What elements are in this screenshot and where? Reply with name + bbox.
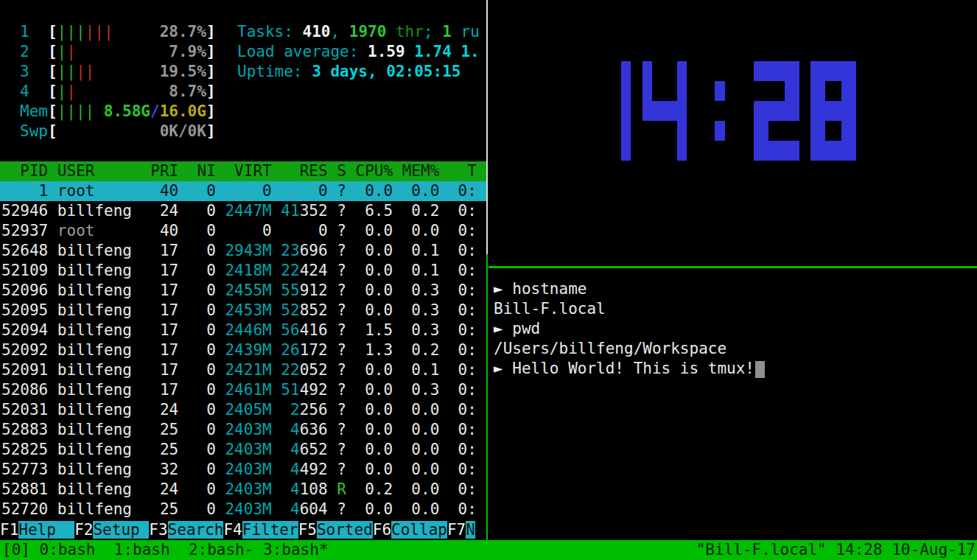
htop-meters: 1 [||||||28.7%]2 [||7.9%]3 [||||19.5%]4 … [20,22,216,141]
window-tab-2[interactable]: 2:bash- [179,541,253,559]
fn-f1-help[interactable]: F1Help [0,521,74,539]
fn-f2-setup[interactable]: F2Setup [74,521,149,539]
cell: 2439M [225,341,271,359]
bar-tick-green: | [85,102,95,120]
htop-process-table: PID USER PRI NI VIRT RES S CPU% MEM% T 1… [0,161,486,519]
cell: ? [337,421,346,438]
meter-bracket: ] [206,83,216,100]
pane-htop[interactable]: 1 [||||||28.7%]2 [||7.9%]3 [||||19.5%]4 … [0,0,486,540]
process-row[interactable]: 52086 billfeng 17 0 2461M 51492 ? 0.0 0.… [0,380,486,400]
clock-segment [677,61,687,81]
process-row[interactable]: 52720 billfeng 25 0 2403M 4604 ? 0.0 0.0… [0,500,486,519]
clock-digit [642,61,687,161]
cell: ? [337,281,346,299]
meter-bracket: [ [48,23,57,41]
cell: 2403M [225,441,271,458]
cell [272,222,281,239]
cell: 4 [281,461,299,478]
window-tab-1[interactable]: 1:bash [105,541,179,559]
htop-function-bar: F1Help F2Setup F3SearchF4FilterF5SortedF… [0,520,486,540]
process-row[interactable]: 52825 billfeng 25 0 2403M 4652 ? 0.0 0.0… [0,440,486,460]
cell: billfeng [57,421,150,438]
tasks-line-segment: ; [424,23,442,41]
process-row[interactable]: 52031 billfeng 24 0 2405M 2256 ? 0.0 0.0… [0,400,486,420]
cell [272,401,281,419]
fn-f6-collap[interactable]: F6Collap [373,521,447,539]
swap-meter: Swp[0K/0K] [20,122,216,141]
cell: 23 [281,242,299,259]
cell: billfeng [57,480,150,498]
bar-tick-green: | [76,102,85,120]
cell: 52881 [1,480,57,498]
cell: 352 [300,202,337,220]
shell-command-line: ► hostname [494,279,765,299]
process-row[interactable]: 52109 billfeng 17 0 2418M 22424 ? 0.0 0.… [0,261,486,281]
clock-segment [642,101,652,121]
meter-bracket: ] [206,102,216,120]
clock-segment [825,141,841,161]
cell: ? [337,321,346,339]
cell: 52096 [1,281,57,299]
pane-shell[interactable]: ► hostnameBill-F.local► pwd/Users/billfe… [489,269,977,540]
cell: 4 [281,500,299,518]
cell: 52937 [1,222,57,239]
process-row[interactable]: 52094 billfeng 17 0 2446M 56416 ? 1.5 0.… [0,321,486,340]
process-row[interactable]: 52092 billfeng 17 0 2439M 26172 ? 1.3 0.… [0,340,486,360]
memory-slash: / [150,102,160,120]
tasks-line-segment: Tasks: [237,23,303,41]
bar-tick-red: | [94,23,104,41]
fn-key-label: F4 [223,521,242,539]
process-row[interactable]: 52095 billfeng 17 0 2453M 52852 ? 0.0 0.… [0,301,486,321]
cell: 2403M [225,480,271,498]
cell: 1.5 0.3 0: [346,321,477,339]
process-row[interactable]: 52648 billfeng 17 0 2943M 23696 ? 0.0 0.… [0,241,486,261]
fn-key-label: F5 [298,521,317,539]
cell: 424 [300,262,337,279]
window-tab-3[interactable]: 3:bash* [253,541,328,559]
process-row[interactable]: 52946 billfeng 24 0 2447M 41352 ? 6.5 0.… [0,201,486,221]
cell: ? [337,461,346,478]
window-tab-0[interactable]: 0:bash [40,541,105,559]
fn-f7-n[interactable]: F7N [447,521,475,539]
cell: 0 [318,182,337,200]
process-row[interactable]: 52773 billfeng 32 0 2403M 4492 ? 0.0 0.0… [0,460,486,480]
cpu-meter-3: 3 [||||19.5%] [20,62,216,82]
tasks-line-segment: 1970 [349,23,387,41]
cell [272,361,281,379]
cell: 2421M [225,361,271,379]
meter-bracket: [ [48,122,57,140]
fn-f3-search[interactable]: F3Search [149,521,223,539]
cell: 17 0 [150,281,225,299]
process-row[interactable]: 52096 billfeng 17 0 2455M 55912 ? 0.0 0.… [0,281,486,301]
process-row[interactable]: 52091 billfeng 17 0 2421M 22052 ? 0.0 0.… [0,360,486,380]
process-row[interactable]: 52883 billfeng 25 0 2403M 4636 ? 0.0 0.0… [0,420,486,440]
clock-segment [642,61,652,81]
cell: billfeng [57,381,150,399]
tasks-line-segment: thr [386,23,424,41]
cell: 852 [300,301,337,319]
bar-tick-green: | [57,83,67,100]
shell-output-text: Bill-F.local [494,300,606,318]
htop-table-header[interactable]: PID USER PRI NI VIRT RES S CPU% MEM% T [0,161,486,181]
cpu-meter-1: 1 [||||||28.7%] [20,22,216,42]
process-row[interactable]: 52881 billfeng 24 0 2403M 4108 R 0.2 0.0… [0,480,486,500]
memory-meter-label: Mem [20,102,48,120]
bar-tick-red: | [76,63,85,80]
clock-segment [768,101,785,121]
cell: billfeng [57,361,150,379]
process-row[interactable]: 1 root 40 0 0 0 ? 0.0 0.0 0: [0,181,486,201]
process-row[interactable]: 52937 root 40 0 0 0 ? 0.0 0.0 0: [0,221,486,241]
pane-divider-horizontal[interactable] [489,266,977,268]
fn-f4-filter[interactable]: F4Filter [223,521,298,539]
tasks-line-segment: , [330,23,349,41]
cell: 52091 [1,361,57,379]
pane-clock[interactable] [489,0,977,267]
pane-divider-vertical[interactable] [486,0,488,254]
cell: 0.0 0.3 0: [346,301,477,319]
pane-divider-vertical-active[interactable] [486,254,488,540]
cell: 17 0 [150,361,225,379]
fn-f5-sorted[interactable]: F5Sorted [298,521,373,539]
cell [272,500,281,518]
cell: 0.0 0.1 0: [346,361,477,379]
cell: 1 [1,182,57,200]
